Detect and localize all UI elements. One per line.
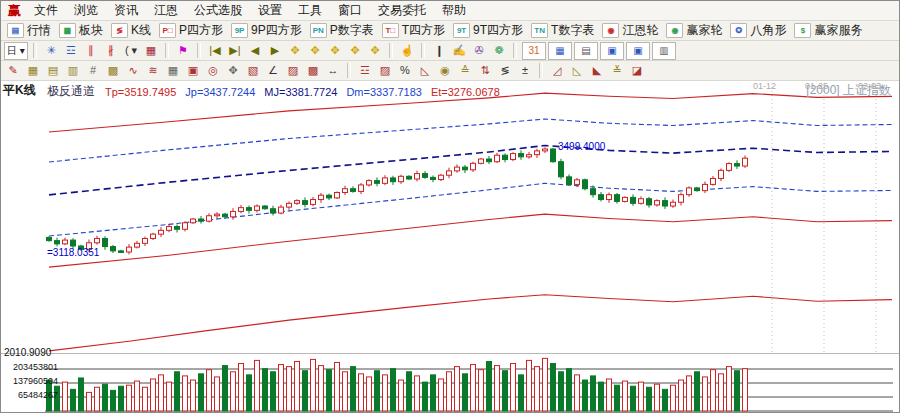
gann-grid-icon[interactable]: ▦: [24, 63, 42, 79]
flag-icon[interactable]: ⚑: [174, 43, 192, 59]
toolbar-button-9t-square[interactable]: 9T9T四方形: [449, 22, 527, 40]
filter-icon[interactable]: ✇: [470, 43, 488, 59]
toolbar-separator: [197, 43, 201, 58]
small-bars2-icon[interactable]: ∦: [102, 43, 120, 59]
golden-circle-icon[interactable]: ◉: [436, 63, 454, 79]
wave-tool-icon[interactable]: ∿: [124, 63, 142, 79]
toolbar-button-p-number-table[interactable]: PNP数字表: [306, 22, 378, 40]
winner-wheel-icon: ◉: [666, 23, 683, 38]
toolbar-button-quotes[interactable]: ▤行情: [3, 22, 55, 40]
menu-items: 文件浏览资讯江恩公式选股设置工具窗口交易委托帮助: [26, 1, 474, 20]
menu-item-trade-order[interactable]: 交易委托: [370, 1, 434, 20]
goto-last-icon[interactable]: ▶|: [226, 43, 244, 59]
toolbar-separator: [389, 43, 393, 58]
toolbar-button-t-square[interactable]: T□T四方形: [378, 22, 449, 40]
channel-tool-icon[interactable]: ◪: [628, 63, 646, 79]
circle-tool-icon[interactable]: ◎: [204, 63, 222, 79]
pane-bottom-price-label: 2010.9090: [4, 347, 51, 359]
price-grid-icon[interactable]: ▦: [164, 63, 182, 79]
toolbar-button-label: P数字表: [330, 22, 374, 39]
zoom-window-icon[interactable]: ✳: [42, 43, 60, 59]
pen-tool-icon[interactable]: ✎: [4, 63, 22, 79]
scale-icon-2[interactable]: ✥: [306, 43, 324, 59]
indicator-value: Et=3276.0678: [431, 86, 500, 99]
menu-item-news[interactable]: 资讯: [106, 1, 146, 20]
scale-icon-3[interactable]: ✥: [326, 43, 344, 59]
save-icon[interactable]: ▣: [600, 42, 624, 60]
menu-item-tools[interactable]: 工具: [290, 1, 330, 20]
save-edit-icon[interactable]: ▣: [626, 42, 650, 60]
calendar-31-icon[interactable]: 31: [522, 42, 546, 60]
wave2-tool-icon[interactable]: ≋: [144, 63, 162, 79]
menu-item-help[interactable]: 帮助: [434, 1, 474, 20]
plusminus-tool-icon[interactable]: ±: [516, 63, 534, 79]
gann-grid3-icon[interactable]: ▥: [64, 63, 82, 79]
shade-tool-icon[interactable]: ▨: [376, 63, 394, 79]
angle2-tool-icon[interactable]: ◺: [568, 63, 586, 79]
small-bars-icon[interactable]: ∥: [82, 43, 100, 59]
angle-grid-icon[interactable]: ▧: [244, 63, 262, 79]
toolbar-button-sectors[interactable]: ▦板块: [55, 22, 107, 40]
volume-axis-label: 137960504: [1, 376, 58, 386]
toolbar-button-label: T数字表: [551, 22, 594, 39]
scale-icon-4[interactable]: ✥: [346, 43, 364, 59]
bracket-icon[interactable]: ( ▾: [122, 43, 140, 59]
note-icon[interactable]: ▤: [574, 42, 598, 60]
mark-tool-icon[interactable]: ∠: [264, 63, 282, 79]
hash-grid-icon[interactable]: #: [84, 63, 102, 79]
prev-bar-icon[interactable]: ◀: [246, 43, 264, 59]
toolbar-button-winner-service[interactable]: $赢家服务: [790, 22, 866, 40]
scale-icon-5[interactable]: ✥: [366, 43, 384, 59]
menu-item-settings[interactable]: 设置: [250, 1, 290, 20]
winner-service-icon: $: [794, 23, 811, 38]
scale-icon-1[interactable]: ✥: [286, 43, 304, 59]
print-icon[interactable]: ▥: [652, 42, 676, 60]
band-tool-icon[interactable]: ▩: [304, 63, 322, 79]
period-list-icon[interactable]: ☲: [62, 43, 80, 59]
trend-mark-icon[interactable]: ✍: [450, 43, 468, 59]
toolbar-button-gann-wheel[interactable]: ◉江恩轮: [598, 22, 662, 40]
time-grid-icon[interactable]: ▩: [104, 63, 122, 79]
menu-item-gann[interactable]: 江恩: [146, 1, 186, 20]
hline-tool-icon[interactable]: ↔: [324, 63, 342, 79]
draw-toolbar: ✎▦▤▥#▩∿≋▦▣◎✥▧∠▨▩↔☲▨%◺◉≙⇅≶±◿◺◣≚◪: [1, 61, 899, 81]
angle1-tool-icon[interactable]: ◿: [548, 63, 566, 79]
menu-item-browse[interactable]: 浏览: [66, 1, 106, 20]
menu-item-window[interactable]: 窗口: [330, 1, 370, 20]
trigram-tool-icon[interactable]: ☲: [356, 63, 374, 79]
angle3-tool-icon[interactable]: ◣: [588, 63, 606, 79]
goto-first-icon[interactable]: |◀: [206, 43, 224, 59]
percent-tool-icon[interactable]: %: [396, 63, 414, 79]
toolbar-button-t-number-table[interactable]: TNT数字表: [527, 22, 598, 40]
chart-area[interactable]: 平K线 极反通道 Tp=3519.7495Jp=3437.7244MJ=3381…: [1, 81, 899, 413]
toolbar-button-winner-wheel[interactable]: ◉赢家轮: [662, 22, 726, 40]
toolbar-button-kline[interactable]: ≶K线: [107, 22, 155, 40]
indicator-header: 极反通道 Tp=3519.7495Jp=3437.7244MJ=3381.772…: [47, 85, 500, 99]
indicator-name: 极反通道: [47, 85, 95, 99]
hand-icon[interactable]: ☝: [398, 43, 416, 59]
price-volume-chart[interactable]: [1, 81, 899, 413]
toolbar-button-9p-square[interactable]: 9P9P四方形: [227, 22, 306, 40]
toolbar-button-p-square[interactable]: P□P四方形: [155, 22, 227, 40]
level-tool-icon[interactable]: ≙: [456, 63, 474, 79]
cycle-icon[interactable]: ❁: [490, 43, 508, 59]
retrace-tool-icon[interactable]: ◺: [416, 63, 434, 79]
menu-item-file[interactable]: 文件: [26, 1, 66, 20]
toolbar-separator: [421, 43, 425, 58]
box-tool-icon[interactable]: ▨: [284, 63, 302, 79]
next-bar-icon[interactable]: ▶: [266, 43, 284, 59]
gann-grid2-icon[interactable]: ▤: [44, 63, 62, 79]
crosshair-icon[interactable]: ❙: [430, 43, 448, 59]
red-box-grid-icon[interactable]: ▣: [184, 63, 202, 79]
speed-line-icon[interactable]: ≚: [608, 63, 626, 79]
blue-grid-icon[interactable]: ▦: [548, 42, 572, 60]
fan-tool-icon[interactable]: ≶: [496, 63, 514, 79]
cross-tool-icon[interactable]: ✥: [224, 63, 242, 79]
updown-tool-icon[interactable]: ⇅: [476, 63, 494, 79]
red-grid-icon[interactable]: ▦: [142, 43, 160, 59]
toolbar-button-octagon[interactable]: ✪八角形: [726, 22, 790, 40]
period-selector[interactable]: 日 ▾: [4, 42, 28, 60]
toolbar-button-label: 9T四方形: [473, 22, 523, 39]
menu-item-formula-stock-pick[interactable]: 公式选股: [186, 1, 250, 20]
peak-price-annotation: 3499.4000: [558, 141, 605, 153]
